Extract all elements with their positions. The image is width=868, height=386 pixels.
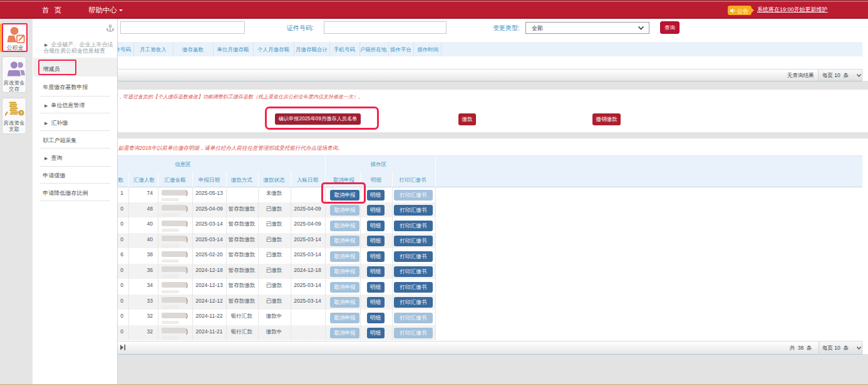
svg-text:?: ? [20, 111, 23, 115]
